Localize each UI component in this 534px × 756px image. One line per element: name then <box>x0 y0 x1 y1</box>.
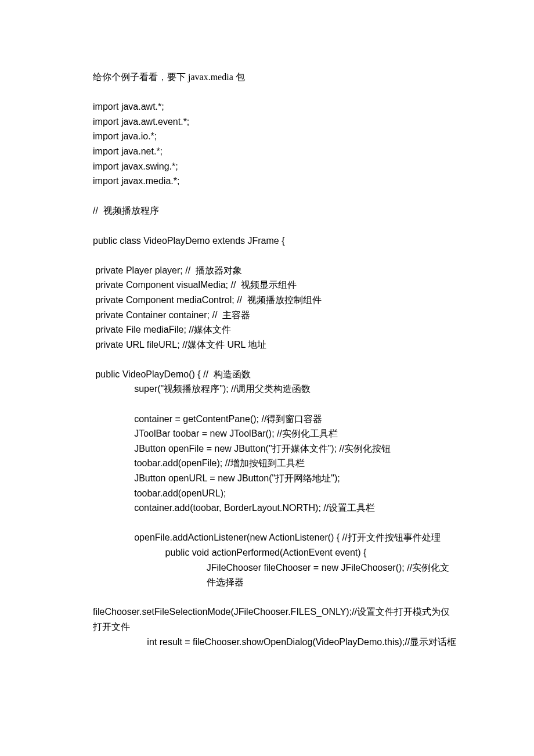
code-line: public class VideoPlayDemo extends JFram… <box>93 233 459 249</box>
code-line: public void actionPerformed(ActionEvent … <box>93 545 459 560</box>
code-line: JToolBar toobar = new JToolBar(); //实例化工… <box>93 426 459 441</box>
code-line: private Component mediaControl; // 视频播放控… <box>93 293 459 308</box>
code-line: container.add(toobar, BorderLayout.NORTH… <box>93 501 459 516</box>
code-line: container = getContentPane(); //得到窗口容器 <box>93 412 459 427</box>
blank-line <box>93 189 459 204</box>
code-line: super("视频播放程序"); //调用父类构造函数 <box>93 381 459 397</box>
blank-line <box>93 516 459 531</box>
blank-line <box>93 248 459 263</box>
code-line: // 视频播放程序 <box>93 203 459 218</box>
document-page: 给你个例子看看，要下 javax.media 包 import java.awt… <box>0 0 534 756</box>
blank-line <box>93 85 459 100</box>
code-line: JFileChooser fileChooser = new JFileChoo… <box>93 560 459 590</box>
code-line: private URL fileURL; //媒体文件 URL 地址 <box>93 337 459 352</box>
blank-line <box>93 590 459 605</box>
code-line: JButton openURL = new JButton("打开网络地址"); <box>93 471 459 486</box>
blank-line <box>93 352 459 367</box>
code-line: toobar.add(openFile); //增加按钮到工具栏 <box>93 456 459 471</box>
code-line: int result = fileChooser.showOpenDialog(… <box>93 635 459 650</box>
blank-line <box>93 218 459 233</box>
blank-line <box>93 397 459 412</box>
code-line: JButton openFile = new JButton("打开媒体文件")… <box>93 441 459 456</box>
code-line: import javax.media.*; <box>93 174 459 189</box>
code-line: import java.awt.event.*; <box>93 114 459 129</box>
code-line: private Component visualMedia; // 视频显示组件 <box>93 278 459 293</box>
code-line: import java.io.*; <box>93 129 459 144</box>
code-line: private Player player; // 播放器对象 <box>93 263 459 278</box>
code-line: import java.awt.*; <box>93 99 459 114</box>
code-line: public VideoPlayDemo() { // 构造函数 <box>93 367 459 382</box>
code-line: import java.net.*; <box>93 144 459 159</box>
code-line: private Container container; // 主容器 <box>93 308 459 323</box>
code-line: toobar.add(openURL); <box>93 486 459 501</box>
intro-text: 给你个例子看看，要下 javax.media 包 <box>93 70 459 85</box>
code-line: openFile.addActionListener(new ActionLis… <box>93 530 459 545</box>
code-line: private File mediaFile; //媒体文件 <box>93 322 459 337</box>
code-line: import javax.swing.*; <box>93 159 459 174</box>
code-line: fileChooser.setFileSelectionMode(JFileCh… <box>93 604 459 634</box>
